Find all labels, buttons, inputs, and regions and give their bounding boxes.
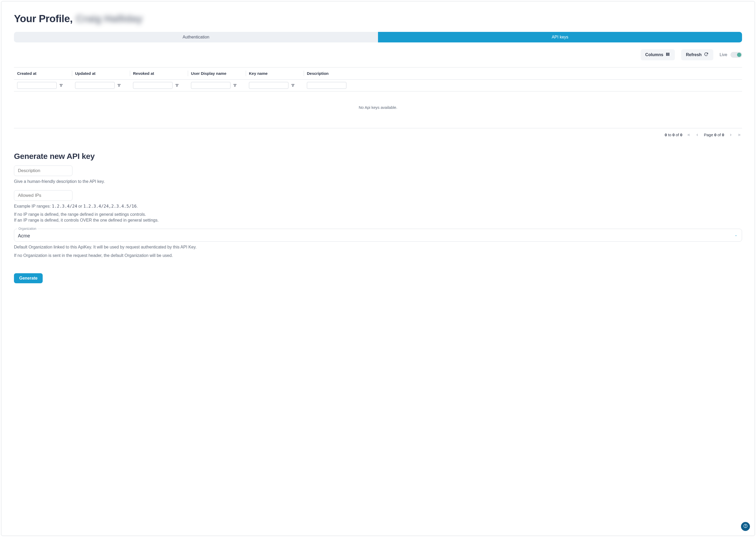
- filter-icon[interactable]: [233, 84, 237, 87]
- filter-icon[interactable]: [291, 84, 295, 87]
- grid-toolbar: Columns Refresh Live: [14, 49, 742, 60]
- page-title: Your Profile, Craig Halliday: [14, 13, 742, 24]
- col-description[interactable]: Description: [304, 67, 362, 79]
- page-title-username: Craig Halliday: [76, 13, 142, 24]
- pagination-page: Page 0 of 0: [704, 133, 724, 137]
- refresh-icon: [704, 52, 709, 58]
- filter-revoked-at-input[interactable]: [133, 82, 173, 89]
- filter-icon[interactable]: [117, 84, 121, 87]
- svg-rect-1: [667, 53, 668, 56]
- page-current: 0: [714, 133, 716, 137]
- generate-api-key-title: Generate new API key: [14, 152, 742, 161]
- live-toggle-group: Live: [720, 52, 742, 58]
- page-next-icon[interactable]: [729, 133, 733, 137]
- svg-rect-0: [666, 53, 667, 56]
- filter-created-at-input[interactable]: [17, 82, 57, 89]
- filter-description-input[interactable]: [307, 82, 346, 89]
- svg-rect-2: [668, 53, 669, 56]
- help-fab[interactable]: [741, 522, 750, 531]
- filter-icon[interactable]: [59, 84, 63, 87]
- col-revoked-at[interactable]: Revoked at: [130, 67, 188, 79]
- filter-updated-at-input[interactable]: [75, 82, 115, 89]
- toggle-knob: [737, 53, 741, 57]
- page-total: 0: [722, 133, 724, 137]
- range-from: 0: [665, 133, 667, 137]
- pagination-range: 0 to 0 of 0: [665, 133, 683, 137]
- grid-filter-row: [14, 80, 742, 92]
- page-prev-icon[interactable]: [696, 133, 699, 137]
- allowed-ips-example: Example IP ranges: 1.2.3.4/24 or 1.2.3.4…: [14, 203, 742, 209]
- allowed-ips-note: If no IP range is defined, the range def…: [14, 212, 742, 223]
- organization-float-label: Organization: [18, 227, 37, 230]
- pagination: 0 to 0 of 0 Page 0 of 0: [14, 128, 742, 140]
- col-key-name[interactable]: Key name: [246, 67, 304, 79]
- help-icon: [743, 523, 748, 529]
- columns-button-label: Columns: [645, 53, 663, 57]
- allowed-ips-input[interactable]: [14, 190, 72, 201]
- api-keys-grid: Created at Updated at Revoked at User Di…: [14, 67, 742, 128]
- range-to: 0: [672, 133, 675, 137]
- svg-point-4: [745, 527, 745, 527]
- columns-button[interactable]: Columns: [641, 49, 675, 60]
- organization-help-2: If no Organization is sent in the reques…: [14, 253, 742, 259]
- range-total: 0: [680, 133, 682, 137]
- col-created-at[interactable]: Created at: [14, 67, 72, 79]
- chevron-down-icon: [735, 233, 737, 238]
- columns-icon: [665, 52, 670, 58]
- live-label: Live: [720, 53, 727, 57]
- page-title-prefix: Your Profile,: [14, 13, 75, 24]
- refresh-button[interactable]: Refresh: [681, 49, 713, 60]
- filter-icon[interactable]: [175, 84, 179, 87]
- page-last-icon[interactable]: [737, 133, 741, 137]
- organization-select[interactable]: Organization Acme: [14, 229, 742, 242]
- grid-empty-message: No Api keys available.: [14, 92, 742, 128]
- page-first-icon[interactable]: [687, 133, 691, 137]
- ip-example-2: 1.2.3.4/24,2.3.4.5/16: [83, 204, 137, 209]
- ip-example-1: 1.2.3.4/24: [52, 204, 77, 209]
- grid-header-row: Created at Updated at Revoked at User Di…: [14, 67, 742, 80]
- profile-tabs: Authentication API keys: [14, 32, 742, 42]
- organization-value: Acme: [18, 233, 30, 238]
- filter-user-name-input[interactable]: [191, 82, 230, 89]
- tab-authentication[interactable]: Authentication: [14, 32, 378, 42]
- description-input[interactable]: [14, 165, 72, 176]
- live-toggle[interactable]: [731, 52, 742, 58]
- col-user-name[interactable]: User Display name: [188, 67, 246, 79]
- organization-help-1: Default Organization linked to this ApiK…: [14, 244, 742, 250]
- tab-api-keys[interactable]: API keys: [378, 32, 742, 42]
- generate-button[interactable]: Generate: [14, 273, 43, 283]
- description-help: Give a human-friendly description to the…: [14, 179, 742, 185]
- filter-key-name-input[interactable]: [249, 82, 289, 89]
- col-updated-at[interactable]: Updated at: [72, 67, 130, 79]
- refresh-button-label: Refresh: [686, 53, 702, 57]
